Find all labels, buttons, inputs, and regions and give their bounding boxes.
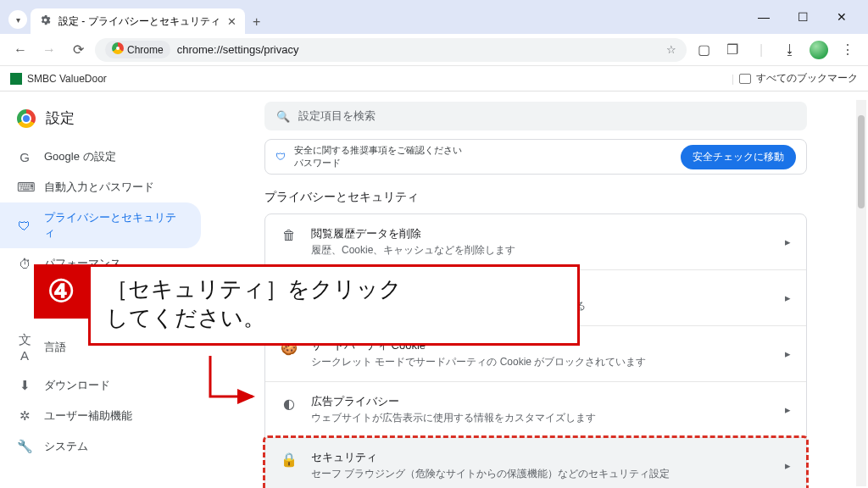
key-icon: ⌨ [17, 180, 32, 195]
settings-search-input[interactable]: 🔍 設定項目を検索 [264, 102, 807, 130]
chevron-right-icon: ▸ [785, 347, 791, 360]
chevron-right-icon: ▸ [785, 236, 791, 248]
annotation-callout: ④ ［セキュリティ］をクリック してください。 [34, 264, 580, 346]
tabs-dropdown-button[interactable]: ▾ [8, 10, 27, 29]
row-ad-privacy[interactable]: ◐ 広告プライバシーウェブサイトが広告表示に使用する情報をカスタマイズします ▸ [265, 381, 806, 437]
chrome-logo-icon [17, 109, 36, 128]
row-title: 広告プライバシー [311, 394, 771, 409]
annotation-arrow [202, 356, 270, 419]
bookmark-label: SMBC ValueDoor [27, 73, 107, 85]
address-bar[interactable]: Chrome chrome://settings/privacy ☆ [95, 38, 687, 62]
kebab-menu-button[interactable]: ⋮ [836, 38, 860, 62]
bookmarks-bar: SMBC ValueDoor | すべてのブックマーク [0, 66, 868, 92]
chrome-icon [112, 42, 124, 57]
scrollbar-thumb[interactable] [858, 115, 865, 208]
window-controls: — ☐ ✕ [753, 0, 868, 34]
close-tab-button[interactable]: ✕ [227, 15, 236, 28]
ad-icon: ◐ [281, 396, 298, 412]
sidebar-item-privacy[interactable]: 🛡プライバシーとセキュリティ [0, 202, 201, 248]
reload-button[interactable]: ⟳ [66, 38, 90, 62]
safety-check-banner: 🛡 安全に関する推奨事項をご確認ください パスワード 安全チェックに移動 [264, 139, 807, 175]
sidebar-item-accessibility[interactable]: ✲ユーザー補助機能 [0, 401, 201, 431]
row-security[interactable]: 🔒 セキュリティセーフ ブラウジング（危険なサイトからの保護機能）などのセキュリ… [265, 437, 806, 488]
privacy-card: 🗑 閲覧履歴データを削除履歴、Cookie、キャッシュなどを削除します ▸ ⊕ … [264, 214, 807, 488]
sidebar-item-label: プライバシーとセキュリティ [44, 210, 184, 241]
settings-title: 設定 [46, 108, 75, 128]
chevron-right-icon: ▸ [785, 291, 791, 304]
download-icon: ⬇ [17, 378, 32, 393]
sidebar-item-label: ダウンロード [44, 378, 110, 393]
download-icon[interactable]: ⭳ [778, 38, 802, 62]
banner-text: 安全に関する推奨事項をご確認ください パスワード [294, 144, 462, 169]
bookmark-smbc[interactable]: SMBC ValueDoor [10, 73, 107, 85]
tab-title: 設定 - プライバシーとセキュリティ [58, 14, 220, 29]
scrollbar[interactable] [856, 100, 866, 486]
back-button[interactable]: ← [8, 38, 32, 62]
sidebar-item-autofill[interactable]: ⌨自動入力とパスワード [0, 172, 201, 202]
new-tab-button[interactable]: + [245, 10, 269, 34]
safety-check-button[interactable]: 安全チェックに移動 [681, 145, 796, 169]
sidebar-item-system[interactable]: 🔧システム [0, 431, 201, 462]
window-close-button[interactable]: ✕ [831, 10, 853, 24]
row-title: セキュリティ [311, 450, 771, 465]
sidebar-item-label: ユーザー補助機能 [44, 408, 132, 424]
row-subtitle: セーフ ブラウジング（危険なサイトからの保護機能）などのセキュリティ設定 [311, 467, 771, 481]
a11y-icon: ✲ [17, 408, 32, 424]
annotation-text-box: ［セキュリティ］をクリック してください。 [88, 264, 580, 346]
speed-icon: ⏱ [17, 257, 32, 271]
gear-icon [39, 14, 52, 29]
shield-icon: 🛡 [17, 219, 32, 233]
row-subtitle: シークレット モードでサードパーティの Cookie がブロックされています [311, 355, 771, 369]
search-icon: 🔍 [276, 110, 290, 123]
row-subtitle: 履歴、Cookie、キャッシュなどを削除します [311, 243, 771, 258]
tab-strip: ▾ 設定 - プライバシーとセキュリティ ✕ + [0, 0, 868, 34]
avatar-icon [810, 41, 828, 59]
search-placeholder: 設定項目を検索 [298, 108, 376, 124]
section-title-privacy: プライバシーとセキュリティ [264, 190, 807, 205]
row-title: 閲覧履歴データを削除 [311, 226, 771, 241]
chrome-chip-label: Chrome [127, 44, 164, 56]
shield-check-icon: 🛡 [275, 151, 286, 163]
annotation-step-badge: ④ [34, 264, 88, 319]
row-clear-data[interactable]: 🗑 閲覧履歴データを削除履歴、Cookie、キャッシュなどを削除します ▸ [265, 214, 806, 269]
profile-avatar[interactable] [807, 38, 831, 62]
chevron-right-icon: ▸ [785, 459, 791, 472]
divider: | [732, 73, 734, 85]
browser-toolbar: ← → ⟳ Chrome chrome://settings/privacy ☆… [0, 34, 868, 66]
annotation-line-1: ［セキュリティ］をクリック [106, 275, 562, 304]
window-minimize-button[interactable]: — [753, 10, 775, 24]
extensions-icon[interactable]: ❐ [721, 38, 744, 62]
google-icon: G [17, 150, 32, 164]
lang-icon: 文A [17, 332, 32, 363]
window-maximize-button[interactable]: ☐ [792, 10, 814, 24]
sidebar-item-label: システム [44, 439, 88, 454]
star-icon[interactable]: ☆ [666, 43, 676, 56]
bookmark-favicon [10, 73, 22, 85]
sidebar-item-label: 自動入力とパスワード [44, 180, 154, 195]
wrench-icon: 🔧 [17, 439, 32, 454]
divider: | [749, 38, 773, 62]
row-subtitle: ウェブサイトが広告表示に使用する情報をカスタマイズします [311, 411, 771, 425]
chrome-chip: Chrome [105, 41, 170, 58]
all-bookmarks-label: すべてのブックマーク [756, 71, 858, 86]
sidebar-item-google[interactable]: GGoogle の設定 [0, 141, 201, 172]
chevron-right-icon: ▸ [785, 403, 791, 416]
forward-button[interactable]: → [37, 38, 61, 62]
sidebar-item-label: Google の設定 [44, 149, 116, 164]
folder-icon [739, 74, 751, 84]
url-text: chrome://settings/privacy [177, 43, 299, 56]
browser-tab-settings[interactable]: 設定 - プライバシーとセキュリティ ✕ [31, 8, 245, 34]
annotation-line-2: してください。 [106, 304, 562, 333]
sidebar-item-downloads[interactable]: ⬇ダウンロード [0, 370, 201, 401]
translate-icon[interactable]: ▢ [692, 38, 715, 62]
settings-header: 設定 [0, 103, 211, 141]
trash-icon: 🗑 [281, 228, 298, 243]
lock-icon: 🔒 [281, 452, 298, 468]
all-bookmarks-link[interactable]: | すべてのブックマーク [732, 71, 858, 86]
